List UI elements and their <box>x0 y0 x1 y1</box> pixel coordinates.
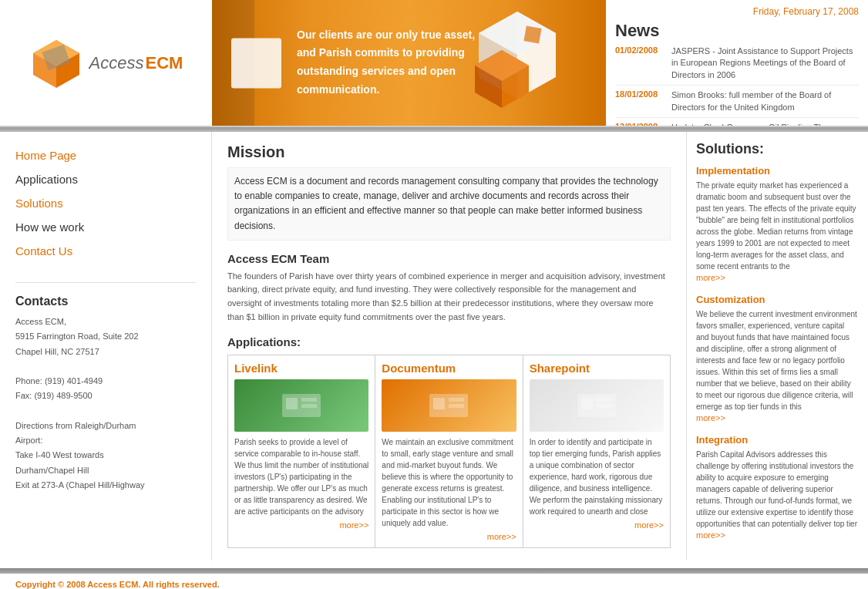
logo: Access ECM <box>29 36 183 90</box>
footer-text: Copyright © 2008 <box>15 580 87 589</box>
logo-ecm: ECM <box>146 53 183 73</box>
solution-item-text: The private equity market has experience… <box>696 180 859 272</box>
sidebar-nav-item[interactable]: Solutions <box>15 191 196 215</box>
contact-line: Exit at 273-A (Chapel Hill/Highway <box>15 478 196 493</box>
content-area: Mission Access ECM is a document and rec… <box>212 132 687 560</box>
app-card-text: We maintain an exclusive commitment to s… <box>382 436 516 529</box>
news-text: Update: Chad-Cameroon Oil Pipeline The i… <box>671 122 859 126</box>
solution-item: Customization We believe the current inv… <box>696 294 859 423</box>
sidebar: Home PageApplicationsSolutionsHow we wor… <box>0 132 212 560</box>
news-list: 01/02/2008JASPERS - Joint Assistance to … <box>615 45 859 126</box>
news-area: Friday, February 17, 2008 News 01/02/200… <box>606 0 868 126</box>
contacts-section: Contacts Access ECM,5915 Farrington Road… <box>15 282 196 493</box>
banner-white-box <box>231 38 281 88</box>
news-item: 18/01/2008Simon Brooks: full member of t… <box>615 89 859 118</box>
contact-line: Durham/Chapel Hill <box>15 463 196 478</box>
solution-more-link[interactable]: more>> <box>696 530 725 540</box>
apps-title: Applications: <box>227 335 671 348</box>
contact-line: Chapel Hill, NC 27517 <box>15 345 196 359</box>
sidebar-nav-item[interactable]: How we work <box>15 215 196 239</box>
news-text: Simon Brooks: full member of the Board o… <box>671 89 859 113</box>
team-text: The founders of Parish have over thirty … <box>227 270 671 324</box>
footer-brand: Access ECM <box>87 580 138 589</box>
contact-line: Directions from Raleigh/Durham <box>15 419 196 433</box>
solutions-list: Implementation The private equity market… <box>696 165 859 540</box>
contact-line: Access ECM, <box>15 315 196 329</box>
footer-suffix: . All rights reserved. <box>138 580 219 589</box>
sidebar-nav-item[interactable]: Contact Us <box>15 239 196 263</box>
banner-cubes-icon <box>459 4 575 123</box>
logo-area: Access ECM <box>0 0 212 126</box>
app-card-img <box>234 379 368 432</box>
app-img-icon <box>278 390 325 421</box>
svg-rect-21 <box>597 398 612 402</box>
apps-grid: Livelink Parish seeks to provide a level… <box>227 355 671 548</box>
news-item: 01/02/2008JASPERS - Joint Assistance to … <box>615 45 859 86</box>
svg-rect-16 <box>433 398 445 409</box>
news-text: JASPERS - Joint Assistance to Support Pr… <box>671 45 859 81</box>
header: Access ECM Our clients are our only true… <box>0 0 868 127</box>
sidebar-nav-item[interactable]: Applications <box>15 167 196 191</box>
app-more-link[interactable]: more>> <box>382 532 516 541</box>
news-title: News <box>615 21 859 41</box>
solution-more-link[interactable]: more>> <box>696 413 725 422</box>
solution-item: Integration Parish Capital Advisors addr… <box>696 434 859 540</box>
mission-title: Mission <box>227 143 671 161</box>
sidebar-nav-item[interactable]: Home Page <box>15 143 196 167</box>
news-date: 01/02/2008 <box>615 45 665 81</box>
app-card-text: Parish seeks to provide a level of servi… <box>234 436 368 517</box>
svg-rect-10 <box>523 25 541 43</box>
logo-cube-icon <box>29 36 83 90</box>
solution-item: Implementation The private equity market… <box>696 165 859 283</box>
solution-item-title: Implementation <box>696 165 859 177</box>
contact-line: Take I-40 West towards <box>15 448 196 463</box>
solution-item-text: We believe the current investment enviro… <box>696 308 859 412</box>
app-more-link[interactable]: more>> <box>530 520 664 530</box>
svg-rect-20 <box>581 398 593 409</box>
logo-access: Access <box>89 53 144 73</box>
main-wrapper: Home PageApplicationsSolutionsHow we wor… <box>0 132 868 560</box>
solution-item-title: Integration <box>696 434 859 446</box>
solutions-panel: Solutions: Implementation The private eq… <box>687 132 868 560</box>
contact-line: 5915 Farrington Road, Suite 202 <box>15 329 196 344</box>
contacts-title: Contacts <box>15 294 196 308</box>
app-card-title: Documentum <box>382 362 516 375</box>
solutions-title: Solutions: <box>696 141 859 157</box>
svg-rect-14 <box>301 404 317 408</box>
footer: Copyright © 2008 Access ECM. All rights … <box>0 574 868 589</box>
news-item: 13/01/2008Update: Chad-Cameroon Oil Pipe… <box>615 122 859 126</box>
mission-text: Access ECM is a document and records man… <box>227 167 671 241</box>
app-img-icon <box>426 390 472 421</box>
app-card: Livelink Parish seeks to provide a level… <box>228 355 375 547</box>
svg-rect-22 <box>597 404 612 408</box>
contact-line: Phone: (919) 401-4949 <box>15 374 196 389</box>
svg-rect-17 <box>449 398 464 402</box>
app-card-text: In order to identify and participate in … <box>530 436 664 517</box>
app-img-icon <box>574 390 620 421</box>
banner-text: Our clients are our only true asset, and… <box>297 26 482 99</box>
solution-more-link[interactable]: more>> <box>696 273 725 282</box>
solution-item-text: Parish Capital Advisors addresses this c… <box>696 449 859 530</box>
contact-line: Fax: (919) 489-9500 <box>15 389 196 403</box>
app-card-title: Livelink <box>234 362 368 375</box>
app-card-title: Sharepoint <box>530 362 664 375</box>
app-card-img <box>530 379 664 432</box>
svg-rect-13 <box>301 398 317 402</box>
app-card: Documentum We maintain an exclusive comm… <box>375 355 523 547</box>
banner: Our clients are our only true asset, and… <box>212 0 606 126</box>
logo-text: Access ECM <box>89 53 183 73</box>
app-more-link[interactable]: more>> <box>234 520 368 530</box>
solution-item-title: Customization <box>696 294 859 305</box>
footer-bar <box>0 568 868 574</box>
news-date: 13/01/2008 <box>615 122 665 126</box>
svg-rect-18 <box>449 404 464 408</box>
app-card: Sharepoint In order to identify and part… <box>523 355 670 547</box>
app-card-img <box>382 379 516 432</box>
news-date: 18/01/2008 <box>615 89 665 113</box>
date-display: Friday, February 17, 2008 <box>615 6 859 17</box>
sidebar-nav: Home PageApplicationsSolutionsHow we wor… <box>15 143 196 263</box>
contact-info: Access ECM,5915 Farrington Road, Suite 2… <box>15 315 196 493</box>
team-title: Access ECM Team <box>227 252 671 265</box>
contact-line: Airport: <box>15 433 196 448</box>
svg-rect-12 <box>286 398 298 409</box>
